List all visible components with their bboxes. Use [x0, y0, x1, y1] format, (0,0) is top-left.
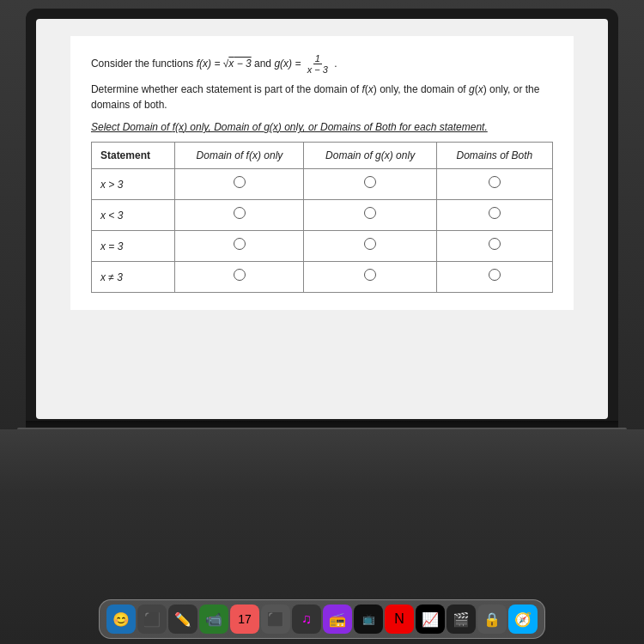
table-row: x = 3 [91, 231, 552, 262]
dock-security[interactable]: 🔒 [477, 605, 507, 634]
dock-stocks[interactable]: 📈 [416, 605, 445, 634]
table-row: x ≠ 3 [91, 262, 552, 293]
radio-gx-1[interactable] [304, 169, 436, 200]
instruction1: Determine whether each statement is part… [91, 82, 553, 112]
col-statement: Statement [91, 143, 174, 169]
intro-text: Consider the functions f(x) = √x − 3 and… [91, 53, 553, 75]
document: Consider the functions f(x) = √x − 3 and… [70, 36, 574, 310]
radio-gx-3[interactable] [304, 231, 436, 262]
laptop-outer: Consider the functions f(x) = √x − 3 and… [0, 0, 644, 644]
screen-bezel: Consider the functions f(x) = √x − 3 and… [26, 9, 618, 429]
dock-pencil[interactable]: ✏️ [168, 605, 197, 634]
radio-fx-1[interactable] [175, 169, 304, 200]
dock-facetime[interactable]: 📹 [199, 605, 228, 634]
radio-gx-4[interactable] [304, 262, 436, 293]
dock-launchpad[interactable]: ⬛ [137, 605, 167, 634]
radio-both-3[interactable] [436, 231, 552, 262]
fraction: 1 x − 3 [306, 53, 330, 75]
dock-apps[interactable]: ⬛ [261, 605, 290, 634]
col-fx-only: Domain of f(x) only [175, 143, 304, 169]
dock-appletv[interactable]: 📺 [354, 605, 383, 634]
statement-cell: x > 3 [91, 169, 174, 200]
domain-table: Statement Domain of f(x) only Domain of … [91, 142, 553, 293]
dock-music[interactable]: ♫ [292, 605, 321, 634]
laptop-bottom: MacBook Air esc ☀F1 ☀☀F2 ⬛⬛⬛F3 ⊞F4 ··F5 … [0, 429, 644, 644]
radio-both-1[interactable] [436, 169, 552, 200]
f-definition: f(x) = √x − 3 [197, 58, 254, 70]
dock: 😊 ⬛ ✏️ 📹 17 ⬛ ♫ 📻 📺 N 📈 🎬 🔒 🧭 [99, 599, 545, 639]
dock-podcast[interactable]: 📻 [323, 605, 352, 634]
dock-calendar[interactable]: 17 [230, 605, 259, 634]
col-both: Domains of Both [436, 143, 552, 169]
radio-fx-2[interactable] [175, 200, 304, 231]
radio-fx-4[interactable] [175, 262, 304, 293]
radio-both-2[interactable] [436, 200, 552, 231]
statement-cell: x < 3 [91, 200, 174, 231]
table-row: x > 3 [91, 169, 552, 200]
table-row: x < 3 [91, 200, 552, 231]
dock-news[interactable]: N [385, 605, 414, 634]
radio-fx-3[interactable] [175, 231, 304, 262]
screen-content: Consider the functions f(x) = √x − 3 and… [36, 19, 608, 419]
statement-cell: x ≠ 3 [91, 262, 174, 293]
radio-gx-2[interactable] [304, 200, 436, 231]
col-gx-only: Domain of g(x) only [304, 143, 436, 169]
radio-both-4[interactable] [436, 262, 552, 293]
dock-safari[interactable]: 🧭 [508, 605, 538, 634]
dock-finder[interactable]: 😊 [106, 605, 136, 634]
instruction2: Select Domain of f(x) only, Domain of g(… [91, 119, 553, 135]
dock-imovie[interactable]: 🎬 [447, 605, 476, 634]
statement-cell: x = 3 [91, 231, 174, 262]
g-definition: g(x) = 1 x − 3 [274, 58, 334, 70]
